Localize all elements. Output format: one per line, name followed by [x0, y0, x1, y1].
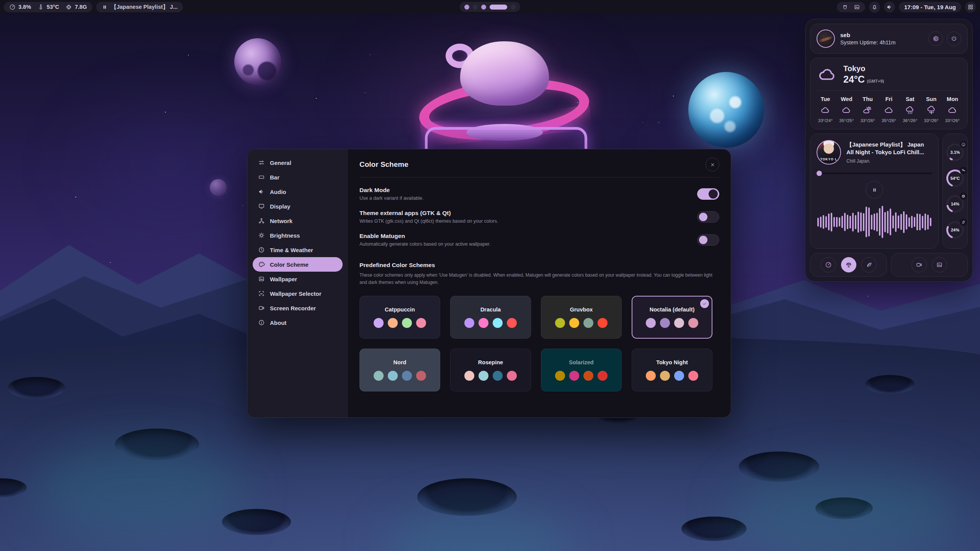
color-swatch — [388, 318, 398, 328]
forecast-day: Thu 33°/26° — [861, 96, 875, 123]
audio-visualizer — [817, 202, 932, 242]
color-swatch — [674, 318, 684, 328]
settings-window: General Bar Audio Display — [247, 149, 731, 418]
power-profile-button[interactable] — [821, 257, 836, 272]
forecast-day: Wed 35°/25° — [839, 96, 854, 123]
color-swatch — [416, 371, 426, 381]
sidebar-item[interactable]: Brightness — [253, 228, 343, 243]
visualizer-bar — [914, 217, 916, 227]
workspace-dot[interactable] — [464, 5, 469, 10]
toggle-switch[interactable] — [697, 188, 719, 200]
visualizer-bar — [922, 216, 924, 228]
color-swatch — [660, 318, 670, 328]
power-profile-button[interactable] — [841, 257, 856, 272]
settings-button[interactable] — [928, 31, 943, 46]
sidebar-item[interactable]: Wallpaper — [253, 272, 343, 286]
sidebar-item[interactable]: Audio — [253, 184, 343, 199]
sidebar-item[interactable]: Time & Weather — [253, 243, 343, 257]
color-scheme-card[interactable]: Solarized — [541, 349, 622, 391]
sidebar-item-label: Brightness — [270, 232, 300, 239]
settings-sidebar: General Bar Audio Display — [247, 149, 348, 417]
power-profile-button[interactable] — [861, 257, 877, 272]
sidebar-item-label: Display — [270, 203, 290, 210]
toggle-switch[interactable] — [697, 211, 719, 223]
clock[interactable]: 17:09 - Tue, 19 Aug — [899, 2, 961, 12]
color-swatch — [598, 318, 608, 328]
toggle-switch[interactable] — [697, 234, 719, 246]
progress-knob[interactable] — [817, 171, 822, 176]
volume-button[interactable] — [884, 2, 895, 13]
visualizer-bar — [908, 217, 910, 227]
sidebar-item-label: Audio — [270, 189, 286, 195]
notifications-button[interactable] — [869, 2, 880, 13]
sidebar-item[interactable]: General — [253, 155, 343, 170]
color-scheme-card[interactable]: Nord — [359, 349, 440, 391]
user-card: seb System Uptime: 4h11m — [810, 24, 968, 54]
sidebar-item[interactable]: Display — [253, 199, 343, 214]
color-scheme-card[interactable]: Tokyo Night — [632, 349, 712, 391]
sidebar-item[interactable]: Screen Recorder — [253, 301, 343, 315]
power-button[interactable] — [947, 31, 961, 46]
leaf-icon — [866, 261, 872, 268]
visualizer-bar — [836, 217, 838, 227]
apps-launcher-button[interactable] — [965, 2, 976, 13]
workspace-dot[interactable] — [511, 5, 516, 10]
check-icon — [702, 301, 707, 306]
tray-app-icon[interactable] — [842, 4, 848, 10]
shortcut-button[interactable] — [911, 257, 927, 272]
bar-icon — [258, 174, 265, 181]
visualizer-bar — [900, 214, 902, 230]
network-icon — [258, 217, 265, 224]
chip-icon — [65, 4, 72, 10]
sidebar-item[interactable]: Color Scheme — [253, 257, 343, 272]
swatch-row — [646, 371, 698, 381]
color-swatch — [583, 371, 593, 381]
scheme-name: Tokyo Night — [656, 359, 688, 365]
username: seb — [840, 32, 895, 38]
color-swatch — [555, 371, 565, 381]
color-swatch — [674, 371, 684, 381]
sidebar-item-label: Color Scheme — [270, 261, 309, 268]
sidebar-item[interactable]: Wallpaper Selector — [253, 286, 343, 301]
system-gauge: 24% — [945, 220, 965, 240]
sidebar-item[interactable]: Bar — [253, 170, 343, 184]
speaker-icon — [258, 188, 265, 195]
color-swatch — [507, 371, 517, 381]
color-scheme-card[interactable]: Rosepine — [450, 349, 531, 391]
visualizer-bar — [817, 218, 819, 227]
media-pill[interactable]: 【Japanese Playlist】 J... — [96, 2, 183, 12]
workspace-dot[interactable] — [490, 5, 507, 10]
video-icon — [916, 261, 923, 268]
visualizer-bar — [847, 215, 849, 229]
color-scheme-card[interactable]: Gruvbox — [541, 296, 622, 339]
scheme-grid: Catppuccin Dracula — [359, 296, 719, 391]
workspace-dot[interactable] — [481, 5, 486, 10]
color-scheme-card[interactable]: Dracula — [450, 296, 531, 339]
system-stats-pill[interactable]: 3.8% 53°C 7.8G — [4, 2, 92, 12]
visualizer-bar — [874, 214, 875, 230]
close-button[interactable] — [706, 158, 719, 171]
cloud-icon — [884, 105, 894, 115]
visualizer-bar — [895, 212, 897, 232]
sidebar-item-label: Wallpaper Selector — [270, 290, 322, 297]
progress-bar[interactable] — [817, 171, 932, 176]
sidebar-item[interactable]: Network — [253, 214, 343, 228]
swatch-row — [555, 318, 608, 328]
sidebar-item[interactable]: About — [253, 315, 343, 330]
color-scheme-card[interactable]: Catppuccin — [359, 296, 440, 339]
color-swatch — [374, 371, 384, 381]
shortcut-button[interactable] — [932, 257, 947, 272]
color-scheme-card[interactable]: Noctalia (default) — [632, 296, 712, 339]
color-swatch — [464, 318, 474, 328]
play-pause-button[interactable] — [866, 181, 883, 199]
workspace-dot[interactable] — [473, 5, 478, 10]
bell-icon — [871, 4, 878, 10]
swatch-row — [464, 371, 517, 381]
speaker-icon — [886, 4, 893, 10]
image-icon[interactable] — [854, 4, 860, 10]
visualizer-bar — [924, 214, 926, 230]
info-icon — [258, 319, 265, 326]
sidebar-item-label: General — [270, 160, 291, 166]
forecast-temps: 35°/25° — [839, 118, 854, 123]
sidebar-item-label: Bar — [270, 174, 279, 181]
